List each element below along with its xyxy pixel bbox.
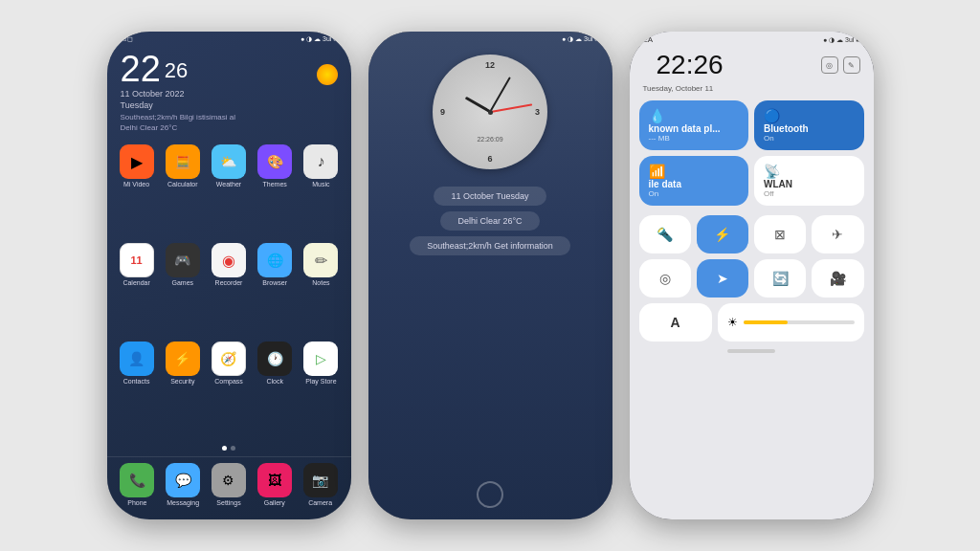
- recorder-icon: ◉: [212, 243, 246, 277]
- p2-weather-card: Delhi Clear 26°C: [440, 211, 539, 231]
- app-clock[interactable]: 🕐 Clock: [255, 342, 295, 434]
- app-notes[interactable]: ✏ Notes: [301, 243, 341, 336]
- mivideo-icon: ▶: [120, 144, 154, 179]
- app-mivideo[interactable]: ▶ Mi Video: [117, 144, 157, 237]
- edit-icon-2[interactable]: ✎: [843, 56, 860, 74]
- p1-date: 11 October 2022: [121, 89, 338, 99]
- calc-icon: 🧮: [166, 144, 200, 179]
- quick-rotate[interactable]: 🔄: [754, 259, 806, 298]
- quick-screen[interactable]: ⊠: [754, 215, 806, 253]
- calendar-icon: 11: [120, 243, 154, 277]
- games-label: Games: [172, 279, 194, 286]
- quick-eye[interactable]: ◎: [639, 259, 691, 298]
- clock-9: 9: [440, 107, 445, 117]
- app-recorder[interactable]: ◉ Recorder: [209, 243, 249, 336]
- notes-label: Notes: [312, 279, 329, 286]
- gallery-icon: 🖼: [257, 463, 292, 497]
- mobile-data-sub: On: [649, 189, 740, 198]
- swipe-bar: [727, 349, 775, 353]
- app-grid: ▶ Mi Video 🧮 Calculator ⛅ Weather 🎨 Them…: [107, 137, 351, 442]
- dock-settings[interactable]: ⚙ Settings: [208, 463, 250, 506]
- dock-phone[interactable]: 📞 Phone: [117, 463, 159, 506]
- status-bar-3: EA ● ◑ ☁ 3ul ■: [630, 32, 874, 46]
- dock-camera[interactable]: 📷 Camera: [300, 463, 342, 506]
- p1-day: Tuesday: [121, 100, 338, 110]
- tile-data[interactable]: 💧 known data pl... --- MB: [639, 100, 749, 150]
- app-contacts[interactable]: 👤 Contacts: [117, 342, 157, 434]
- settings-icon: ⚙: [212, 463, 246, 497]
- dot-2: [231, 446, 235, 451]
- brightness-slider[interactable]: ☀: [718, 303, 864, 342]
- phone-3: EA ● ◑ ☁ 3ul ■ 22:26 ◎ ✎ Tuesday, Octobe…: [630, 32, 874, 519]
- phone-2: · ● ◑ ☁ 3ul ■ 12 3 6 9 22:26:09 11 Octob…: [368, 32, 612, 519]
- tile-bluetooth[interactable]: 🔵 Bluetooth On: [754, 100, 864, 150]
- clock-center: [488, 110, 493, 115]
- app-browser[interactable]: 🌐 Browser: [255, 243, 295, 336]
- clock-label: Clock: [266, 378, 283, 385]
- p3-datetime: Tuesday, October 11: [630, 84, 874, 93]
- brightness-track: [744, 320, 855, 324]
- status2-left: ·: [382, 36, 384, 43]
- browser-label: Browser: [262, 279, 287, 286]
- quick-flash[interactable]: ⚡: [697, 215, 748, 253]
- contacts-icon: 👤: [120, 342, 154, 376]
- status-right: ● ◑ ☁ 3ul ■: [301, 35, 338, 43]
- recorder-label: Recorder: [215, 279, 243, 286]
- app-games[interactable]: 🎮 Games: [163, 243, 203, 336]
- compass-label: Compass: [214, 378, 243, 385]
- app-security[interactable]: ⚡ Security: [163, 342, 203, 434]
- phone-label: Phone: [127, 499, 146, 506]
- security-label: Security: [170, 378, 194, 385]
- sun-icon: [317, 64, 338, 85]
- data-title: known data pl...: [649, 123, 740, 134]
- app-themes[interactable]: 🎨 Themes: [255, 144, 295, 237]
- bluetooth-sub: On: [764, 134, 855, 143]
- app-weather[interactable]: ⛅ Weather: [209, 144, 249, 237]
- brightness-fill: [744, 320, 788, 324]
- clock-icon: 🕐: [257, 342, 292, 376]
- alpha-button[interactable]: A: [639, 303, 712, 342]
- bluetooth-icon: 🔵: [764, 108, 780, 123]
- tile-mobile-data[interactable]: 📶 ile data On: [639, 156, 749, 206]
- status2-right: ● ◑ ☁ 3ul ■: [562, 35, 599, 43]
- browser-icon: 🌐: [257, 243, 292, 277]
- quick-row-1: 🔦 ⚡ ⊠ ✈: [630, 215, 874, 253]
- dot-1: [222, 446, 227, 451]
- home-button[interactable]: [477, 481, 503, 508]
- status3-right: ● ◑ ☁ 3ul ■: [823, 36, 860, 44]
- data-icon: 💧: [649, 108, 665, 123]
- camera-icon: 📷: [303, 463, 338, 497]
- phone-icon: 📞: [120, 463, 154, 497]
- clock-6: 6: [487, 154, 492, 164]
- clock-area: 12 3 6 9 22:26:09: [368, 45, 612, 177]
- p2-date-card: 11 October Tuesday: [434, 187, 546, 206]
- msg-label: Messaging: [167, 499, 199, 506]
- themes-icon: 🎨: [257, 144, 292, 179]
- p2-info: 11 October Tuesday Delhi Clear 26°C Sout…: [368, 187, 612, 255]
- second-hand: [490, 103, 533, 112]
- calc-label: Calculator: [167, 181, 198, 187]
- clock-digital: 22:26:09: [477, 136, 502, 143]
- dock-messaging[interactable]: 💬 Messaging: [162, 463, 204, 506]
- quick-torch[interactable]: 🔦: [639, 215, 691, 253]
- app-calculator[interactable]: 🧮 Calculator: [163, 144, 203, 237]
- themes-label: Themes: [263, 181, 287, 187]
- app-compass[interactable]: 🧭 Compass: [209, 342, 249, 434]
- mobile-data-title: ile data: [649, 179, 740, 189]
- p1-hour: 22: [121, 51, 161, 87]
- phone-1: ☐ ◻ ● ◑ ☁ 3ul ■ 22 26 11 October 2022 Tu…: [107, 32, 351, 519]
- tile-wlan[interactable]: 📡 WLAN Off: [754, 156, 864, 206]
- gallery-label: Gallery: [264, 499, 285, 506]
- app-playstore[interactable]: ▷ Play Store: [301, 342, 341, 434]
- edit-icon-1[interactable]: ◎: [821, 56, 838, 74]
- camera-label: Camera: [308, 499, 332, 506]
- compass-icon: 🧭: [212, 342, 246, 376]
- app-music[interactable]: ♪ Music: [301, 144, 341, 237]
- quick-airplane[interactable]: ✈: [812, 215, 863, 253]
- quick-video[interactable]: 🎥: [812, 259, 863, 298]
- dock: 📞 Phone 💬 Messaging ⚙ Settings 🖼 Gallery…: [107, 456, 351, 519]
- dock-gallery[interactable]: 🖼 Gallery: [254, 463, 296, 506]
- quick-location[interactable]: ➤: [697, 259, 748, 298]
- contacts-label: Contacts: [123, 378, 150, 385]
- app-calendar[interactable]: 11 Calendar: [117, 243, 157, 336]
